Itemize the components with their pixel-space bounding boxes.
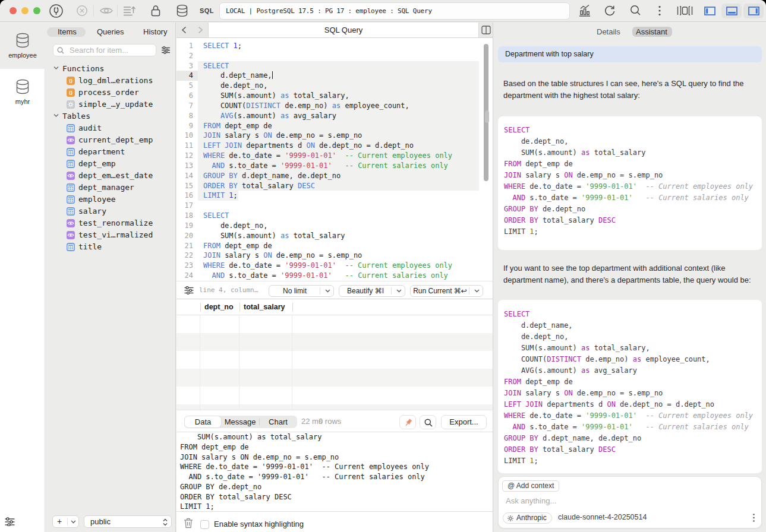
code-line-18[interactable]: 18SELECT — [176, 211, 493, 221]
tab-overview-icon[interactable] — [677, 5, 693, 16]
grid-cell[interactable] — [200, 387, 239, 404]
limit-dropdown[interactable]: No limit — [269, 285, 334, 297]
assistant-prompt-input[interactable]: Ask anything... — [506, 496, 556, 505]
grid-cell[interactable] — [239, 369, 292, 387]
grid-cell[interactable] — [176, 351, 200, 369]
tree-item[interactable]: audit — [46, 122, 175, 134]
tree-item[interactable]: simple_…y_update — [46, 99, 175, 110]
forward-icon[interactable] — [198, 26, 203, 34]
tab-data[interactable]: Data — [185, 416, 221, 428]
tab-details[interactable]: Details — [597, 27, 620, 37]
grid-row[interactable] — [176, 387, 493, 404]
zoom-window-button[interactable] — [33, 7, 40, 14]
connection-item-employee[interactable]: employee — [0, 33, 45, 59]
grid-cell[interactable] — [200, 315, 239, 333]
code-line-10[interactable]: 10JOIN salary s ON de.emp_no = s.emp_no — [176, 131, 493, 141]
code-line-7[interactable]: 7 COUNT(DISTINCT de.emp_no) as employee_… — [176, 101, 493, 111]
tree-item[interactable]: test_vi…rmalized — [46, 229, 175, 241]
grid-cell[interactable] — [239, 315, 292, 333]
tab-queries[interactable]: Queries — [97, 27, 124, 37]
tab-items[interactable]: Items — [58, 27, 77, 37]
grid-row[interactable] — [176, 315, 493, 333]
add-item-button[interactable]: + — [52, 515, 79, 528]
connection-title-field[interactable]: LOCAL | PostgreSQL 17.5 : PG 17 : employ… — [219, 2, 570, 20]
grid-row[interactable] — [176, 351, 493, 369]
grid-row[interactable] — [176, 333, 493, 351]
grid-cell[interactable] — [176, 369, 200, 387]
more-options-icon[interactable] — [657, 5, 662, 17]
disconnect-icon[interactable] — [76, 5, 88, 17]
sidebar-search-input[interactable]: Search for item... — [53, 44, 156, 56]
export-button[interactable]: Export... — [441, 415, 487, 429]
code-line-14[interactable]: 14GROUP BY d.dept_name, de.dept_no — [176, 171, 493, 181]
grid-cell[interactable] — [239, 351, 292, 369]
column-header-dept-no[interactable]: dept_no — [200, 299, 239, 315]
tree-group-functions[interactable]: Functions — [46, 63, 175, 75]
code-line-24[interactable]: 24 AND s.to_date = '9999-01-01' -- Curre… — [176, 271, 493, 281]
filter-connections-icon[interactable] — [5, 517, 15, 526]
grid-cell[interactable] — [200, 351, 239, 369]
code-line-8[interactable]: 8 AVG(s.amount) as avg_salary — [176, 111, 493, 121]
grid-cell[interactable] — [239, 387, 292, 404]
code-line-12[interactable]: 12WHERE de.to_date = '9999-01-01' -- Cur… — [176, 151, 493, 161]
assistant-input-card[interactable]: @ Add context Ask anything... Anthropic … — [498, 476, 762, 528]
preview-eye-icon[interactable] — [99, 6, 114, 15]
tree-item[interactable]: salary — [46, 205, 175, 217]
tree-item[interactable]: {}log_dml…erations — [46, 75, 175, 87]
code-line-11[interactable]: 11LEFT JOIN departments d ON de.dept_no … — [176, 141, 493, 151]
tree-item[interactable]: {}process_order — [46, 87, 175, 99]
toggle-bottom-panel-button[interactable] — [721, 4, 742, 18]
message-pane[interactable]: SUM(s.amount) as total_salaryFROM dept_e… — [176, 432, 493, 511]
grid-cell[interactable] — [200, 369, 239, 387]
grid-row[interactable] — [176, 404, 493, 410]
schema-select[interactable]: public — [84, 515, 172, 528]
code-line-15[interactable]: 15ORDER BY total_salary DESC — [176, 181, 493, 191]
search-results-button[interactable] — [420, 415, 436, 429]
trash-icon[interactable] — [184, 518, 193, 528]
grid-row[interactable] — [176, 369, 493, 387]
tree-item[interactable]: employee — [46, 194, 175, 205]
tree-item[interactable]: current_dept_emp — [46, 134, 175, 146]
column-header-total-salary[interactable]: total_salary — [239, 299, 292, 315]
database-icon[interactable] — [176, 4, 188, 18]
tree-item[interactable]: dept_emp — [46, 158, 175, 170]
chart-icon[interactable] — [578, 4, 591, 17]
grid-cell[interactable] — [200, 333, 239, 351]
beautify-button[interactable]: Beautify ⌘I — [339, 285, 405, 297]
tree-item[interactable]: test_renormalize — [46, 217, 175, 229]
grid-cell[interactable] — [239, 333, 292, 351]
tab-history[interactable]: History — [143, 27, 167, 37]
provider-chip[interactable]: Anthropic — [503, 512, 552, 524]
message-scrollbar[interactable] — [485, 110, 489, 123]
code-line-5[interactable]: 5 de.dept_no, — [176, 81, 493, 91]
results-grid[interactable]: dept_no total_salary — [176, 299, 493, 410]
assistant-more-options-icon[interactable] — [752, 513, 755, 522]
code-line-19[interactable]: 19 de.dept_no, — [176, 221, 493, 231]
lock-icon[interactable] — [150, 4, 161, 17]
code-line-17[interactable]: 17 — [176, 201, 493, 211]
editor-tab-title[interactable]: SQL Query — [209, 23, 478, 37]
code-line-13[interactable]: 13 AND s.to_date = '9999-01-01' -- Curre… — [176, 161, 493, 171]
editor-settings-icon[interactable] — [184, 286, 194, 294]
tree-item[interactable]: dept_em…est_date — [46, 170, 175, 182]
grid-cell[interactable] — [176, 315, 200, 333]
tab-assistant[interactable]: Assistant — [636, 27, 667, 37]
code-line-2[interactable]: 2 — [176, 51, 493, 61]
code-line-1[interactable]: 1SELECT 1; — [176, 41, 493, 51]
code-line-22[interactable]: 22JOIN salary s ON de.emp_no = s.emp_no — [176, 251, 493, 261]
code-line-4[interactable]: 4 d.dept_name, — [176, 71, 493, 81]
pin-result-button[interactable] — [399, 415, 416, 429]
tab-chart[interactable]: Chart — [260, 416, 297, 428]
grid-cell[interactable] — [200, 404, 239, 410]
refresh-icon[interactable] — [604, 5, 616, 17]
code-line-23[interactable]: 23WHERE de.to_date = '9999-01-01' -- Cur… — [176, 261, 493, 271]
search-icon[interactable] — [630, 5, 641, 16]
code-line-9[interactable]: 9FROM dept_emp de — [176, 121, 493, 131]
toggle-right-panel-button[interactable] — [743, 4, 764, 18]
filter-items-icon[interactable] — [161, 46, 171, 54]
grid-cell[interactable] — [176, 333, 200, 351]
grid-cell[interactable] — [239, 404, 292, 410]
query-log-icon[interactable] — [123, 5, 137, 16]
code-line-3[interactable]: 3SELECT — [176, 61, 493, 71]
code-line-21[interactable]: 21FROM dept_emp de — [176, 241, 493, 251]
